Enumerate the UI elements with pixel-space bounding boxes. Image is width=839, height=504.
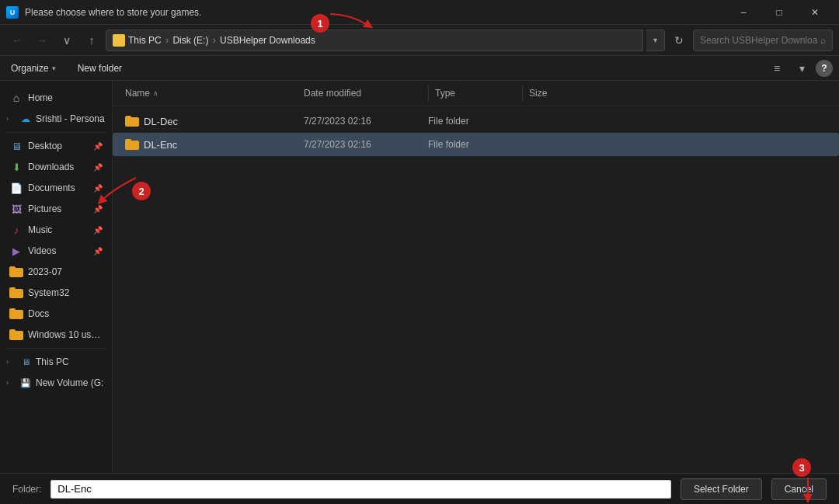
content-area: Name ∧ Date modified Type Size DL-Dec (113, 81, 839, 473)
address-bar[interactable]: This PC › Disk (E:) › USBHelper Download… (106, 30, 643, 51)
sidebar-label-desktop: Desktop (28, 141, 89, 151)
title-bar-text: Please choose where to store your games. (25, 7, 726, 18)
sidebar-item-desktop[interactable]: 🖥 Desktop 📌 (3, 136, 109, 156)
sidebar-label-videos: Videos (28, 245, 89, 256)
file-row[interactable]: DL-Dec 7/27/2023 02:16 File folder (113, 109, 839, 133)
cloud-icon: ☁ (19, 113, 33, 124)
addr-dropdown-button[interactable]: ▾ (646, 30, 665, 51)
sidebar-label-windows10: Windows 10 us… (28, 329, 103, 340)
cancel-button[interactable]: Cancel (771, 478, 827, 500)
sidebar-item-downloads[interactable]: ⬇ Downloads 📌 (3, 157, 109, 177)
sidebar-item-pictures[interactable]: 🖼 Pictures 📌 (3, 199, 109, 219)
search-icon: ⌕ (820, 35, 826, 46)
sidebar-label-cloud: Srishti - Persona (36, 113, 106, 124)
downloads-icon: ⬇ (9, 162, 23, 173)
sort-arrow: ∧ (153, 89, 158, 97)
sidebar-label-downloads: Downloads (28, 162, 89, 172)
refresh-button[interactable]: ↻ (668, 30, 690, 51)
title-bar-controls: – □ ✕ (726, 0, 833, 25)
col-header-type[interactable]: Type (429, 88, 522, 99)
sidebar-item-documents[interactable]: 📄 Documents 📌 (3, 178, 109, 198)
cloud-expand: › (6, 115, 16, 123)
sidebar-label-system32: System32 (28, 287, 103, 298)
search-bar[interactable]: ⌕ (693, 30, 833, 51)
app-icon: U (6, 6, 19, 19)
back-button[interactable]: ← (6, 30, 28, 51)
pictures-icon: 🖼 (9, 203, 23, 215)
search-input[interactable] (700, 35, 817, 46)
select-folder-button[interactable]: Select Folder (681, 478, 762, 500)
folder-input[interactable] (50, 480, 671, 499)
sidebar-divider-2 (6, 348, 106, 349)
music-pin-icon: 📌 (93, 226, 103, 235)
file-name-cell: DL-Enc (125, 139, 304, 151)
bottom-bar: Folder: Select Folder Cancel 3 (0, 473, 839, 504)
addr-path-text: This PC › Disk (E:) › USBHelper Download… (128, 35, 315, 46)
minimize-button[interactable]: – (726, 0, 761, 25)
newvolume-expand: › (6, 379, 16, 387)
sidebar-label-newvolume: New Volume (G: (36, 377, 106, 388)
folder-icon-system32 (9, 287, 23, 298)
sidebar-item-windows10[interactable]: Windows 10 us… (3, 325, 109, 345)
file-name-cell: DL-Dec (125, 116, 304, 127)
maximize-button[interactable]: □ (761, 0, 797, 25)
view-button[interactable]: ≡ (766, 57, 788, 79)
sidebar-label-home: Home (28, 92, 103, 103)
thispc-expand: › (6, 358, 16, 366)
toolbar-right: ≡ ▾ ? (766, 57, 833, 79)
col-header-size[interactable]: Size (523, 88, 585, 99)
sidebar-item-newvolume[interactable]: › 💾 New Volume (G: (3, 373, 109, 393)
home-icon: ⌂ (9, 92, 23, 104)
music-icon: ♪ (9, 224, 23, 236)
col-header-date[interactable]: Date modified (304, 88, 428, 99)
sidebar-item-system32[interactable]: System32 (3, 283, 109, 303)
new-folder-button[interactable]: New folder (73, 60, 127, 77)
videos-icon: ▶ (9, 245, 23, 257)
file-list: DL-Dec 7/27/2023 02:16 File folder DL-En… (113, 106, 839, 473)
up-button[interactable]: ↑ (81, 30, 103, 51)
file-type-cell: File folder (428, 116, 521, 127)
sidebar-item-videos[interactable]: ▶ Videos 📌 (3, 241, 109, 261)
thispc-icon: 🖥 (19, 357, 33, 367)
file-name-text: DL-Enc (144, 139, 177, 151)
sidebar-item-2023[interactable]: 2023-07 (3, 262, 109, 282)
organize-button[interactable]: Organize ▾ (6, 60, 61, 77)
file-name-text: DL-Dec (144, 116, 178, 127)
close-button[interactable]: ✕ (797, 0, 833, 25)
folder-icon-docs (9, 308, 23, 319)
downloads-pin-icon: 📌 (93, 163, 103, 172)
documents-icon: 📄 (9, 182, 23, 194)
folder-label: Folder: (12, 484, 41, 495)
documents-pin-icon: 📌 (93, 184, 103, 193)
sidebar-label-music: Music (28, 224, 89, 235)
address-bar-row: ← → ∨ ↑ This PC › Disk (E:) › USBHelper … (0, 25, 839, 56)
sidebar-label-documents: Documents (28, 182, 89, 193)
sidebar-item-thispc[interactable]: › 🖥 This PC (3, 352, 109, 372)
folder-icon-windows10 (9, 329, 23, 340)
folder-icon-2023 (9, 266, 23, 277)
sidebar-label-docs: Docs (28, 308, 103, 319)
file-date-cell: 7/27/2023 02:16 (304, 139, 428, 150)
help-button[interactable]: ? (816, 60, 833, 77)
sidebar-item-music[interactable]: ♪ Music 📌 (3, 220, 109, 240)
pictures-pin-icon: 📌 (93, 205, 103, 214)
sidebar: ⌂ Home › ☁ Srishti - Persona 🖥 Desktop 📌… (0, 81, 113, 473)
drive-icon: 💾 (19, 378, 33, 388)
videos-pin-icon: 📌 (93, 247, 103, 255)
forward-button[interactable]: → (31, 30, 53, 51)
view-dropdown-button[interactable]: ▾ (791, 57, 813, 79)
sidebar-item-cloud[interactable]: › ☁ Srishti - Persona (3, 109, 109, 129)
recent-button[interactable]: ∨ (56, 30, 78, 51)
main-area: ⌂ Home › ☁ Srishti - Persona 🖥 Desktop 📌… (0, 81, 839, 473)
col-header-name[interactable]: Name ∧ (125, 88, 304, 99)
sidebar-label-2023: 2023-07 (28, 266, 103, 277)
sidebar-divider-1 (6, 132, 106, 133)
sidebar-item-home[interactable]: ⌂ Home (3, 88, 109, 108)
sidebar-item-docs[interactable]: Docs (3, 304, 109, 324)
content-header: Name ∧ Date modified Type Size (113, 81, 839, 106)
toolbar-row: Organize ▾ New folder ≡ ▾ ? (0, 56, 839, 81)
file-row[interactable]: DL-Enc 7/27/2023 02:16 File folder (113, 133, 839, 156)
desktop-pin-icon: 📌 (93, 142, 103, 151)
folder-icon-addr (113, 34, 125, 47)
sidebar-label-thispc: This PC (36, 356, 106, 367)
